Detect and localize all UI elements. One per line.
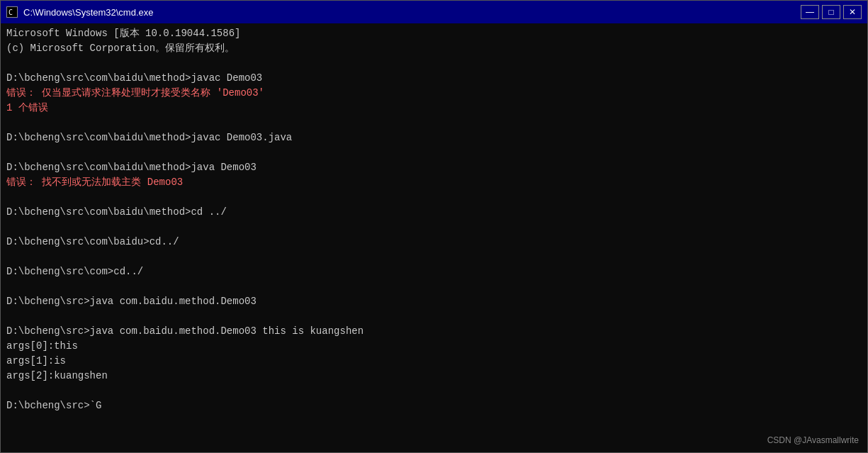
minimize-button[interactable]: —	[801, 5, 819, 19]
terminal-line: D:\bcheng\src>java com.baidu.method.Demo…	[6, 324, 862, 339]
terminal-line: 错误： 找不到或无法加载主类 Demo03	[6, 175, 862, 190]
title-bar: C C:\Windows\System32\cmd.exe — □ ✕	[1, 1, 867, 23]
terminal-line: 1 个错误	[6, 101, 862, 116]
terminal-line: D:\bcheng\src>java com.baidu.method.Demo…	[6, 294, 862, 309]
close-button[interactable]: ✕	[843, 5, 862, 19]
terminal-line: 错误： 仅当显式请求注释处理时才接受类名称 'Demo03'	[6, 86, 862, 101]
terminal-line: args[0]:this	[6, 339, 862, 354]
maximize-button[interactable]: □	[822, 5, 840, 19]
terminal-line	[6, 56, 862, 71]
terminal-line: D:\bcheng\src\com\baidu\method>cd ../	[6, 205, 862, 220]
watermark: CSDN @JAvasmallwrite	[767, 434, 859, 447]
terminal-line	[6, 220, 862, 235]
title-bar-controls: — □ ✕	[801, 5, 862, 19]
terminal-line	[6, 279, 862, 294]
terminal-line: D:\bcheng\src\com\baidu\method>java Demo…	[6, 160, 862, 175]
terminal-line: D:\bcheng\src\com\baidu\method>javac Dem…	[6, 130, 862, 145]
svg-text:C: C	[9, 9, 13, 16]
title-bar-left: C C:\Windows\System32\cmd.exe	[6, 6, 154, 18]
cmd-window: C C:\Windows\System32\cmd.exe — □ ✕ Micr…	[0, 0, 868, 453]
terminal-line	[6, 250, 862, 264]
terminal-line: Microsoft Windows [版本 10.0.19044.1586]	[6, 26, 862, 41]
window-title: C:\Windows\System32\cmd.exe	[23, 7, 154, 18]
terminal-line: D:\bcheng\src\com\baidu>cd../	[6, 235, 862, 250]
terminal-body: Microsoft Windows [版本 10.0.19044.1586](c…	[1, 23, 867, 452]
cmd-icon: C	[6, 6, 18, 18]
terminal-line	[6, 190, 862, 205]
terminal-line: D:\bcheng\src\com>cd../	[6, 264, 862, 279]
terminal-lines: Microsoft Windows [版本 10.0.19044.1586](c…	[6, 26, 862, 413]
terminal-line: D:\bcheng\src>`G	[6, 398, 862, 413]
terminal-line	[6, 116, 862, 130]
terminal-line: D:\bcheng\src\com\baidu\method>javac Dem…	[6, 71, 862, 86]
terminal-line	[6, 309, 862, 324]
terminal-line	[6, 384, 862, 398]
terminal-line: (c) Microsoft Corporation。保留所有权利。	[6, 41, 862, 56]
terminal-line	[6, 145, 862, 160]
terminal-line: args[1]:is	[6, 354, 862, 369]
terminal-line: args[2]:kuangshen	[6, 369, 862, 384]
